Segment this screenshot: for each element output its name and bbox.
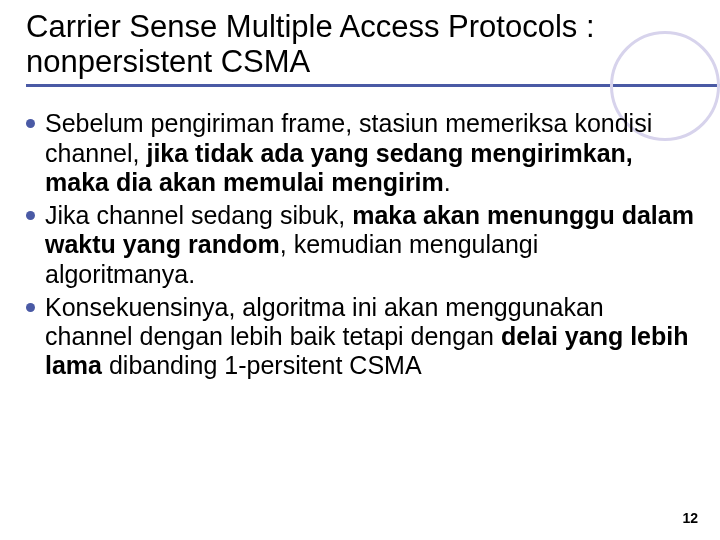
slide-body: Sebelum pengiriman frame, stasiun memeri… [26, 109, 694, 380]
slide-title: Carrier Sense Multiple Access Protocols … [26, 10, 694, 79]
bullet-icon [26, 119, 35, 128]
text-segment: . [444, 168, 451, 196]
slide: Carrier Sense Multiple Access Protocols … [0, 0, 720, 540]
bullet-text: Jika channel sedang sibuk, maka akan men… [45, 201, 694, 289]
text-segment: Jika channel sedang sibuk, [45, 201, 352, 229]
bullet-item: Konsekuensinya, algoritma ini akan mengg… [26, 293, 694, 381]
bullet-icon [26, 211, 35, 220]
bullet-icon [26, 303, 35, 312]
title-block: Carrier Sense Multiple Access Protocols … [26, 10, 694, 87]
bullet-item: Jika channel sedang sibuk, maka akan men… [26, 201, 694, 289]
bullet-item: Sebelum pengiriman frame, stasiun memeri… [26, 109, 694, 197]
bullet-text: Sebelum pengiriman frame, stasiun memeri… [45, 109, 694, 197]
text-segment: dibanding 1-persitent CSMA [102, 351, 422, 379]
bullet-text: Konsekuensinya, algoritma ini akan mengg… [45, 293, 694, 381]
page-number: 12 [682, 510, 698, 526]
